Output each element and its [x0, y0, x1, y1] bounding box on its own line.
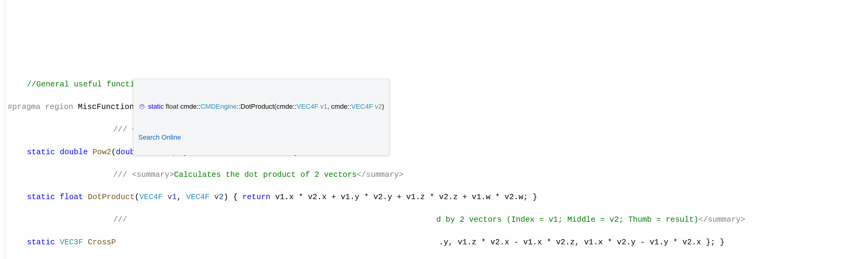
fold-indicator — [5, 0, 5, 259]
xmldoc-slashes: /// — [113, 125, 132, 134]
keyword-static: static — [27, 148, 55, 157]
code-editor[interactable]: //General useful functions #pragma regio… — [0, 68, 868, 259]
cube-icon — [138, 103, 146, 110]
xmldoc-slashes: /// — [113, 171, 132, 179]
pragma-directive: #pragma region — [8, 103, 73, 111]
paren: ( — [135, 193, 139, 201]
xmldoc-tag-open: <summary> — [132, 171, 174, 179]
keyword-return: return — [242, 193, 271, 201]
xmldoc-slashes: /// — [113, 215, 132, 224]
xmldoc-tag-close: </summary> — [357, 171, 404, 179]
intellisense-tooltip: static float cmde::CMDEngine::DotProduct… — [133, 79, 390, 155]
keyword-type: float — [60, 193, 83, 201]
param-name: v1 — [167, 193, 177, 201]
tooltip-signature-row: static float cmde::CMDEngine::DotProduct… — [138, 102, 384, 111]
search-online-link[interactable]: Search Online — [138, 133, 384, 142]
tooltip-signature: static float cmde::CMDEngine::DotProduct… — [148, 102, 384, 111]
xmldoc-text: Calculates the dot product of 2 vectors — [174, 171, 357, 179]
xmldoc-text-partial: d by 2 vectors (Index = v1; Middle = v2;… — [436, 215, 699, 224]
code-body-partial: .y, v1.z * v2.x - v1.x * v2.z, v1.x * v2… — [439, 238, 724, 247]
paren: ( — [112, 148, 116, 157]
param-type: VEC4F — [186, 193, 210, 201]
comma: , — [177, 193, 186, 201]
pragma-region-name: MiscFunctions — [73, 103, 138, 111]
param-name: v2 — [214, 193, 224, 201]
method-name: DotProduct — [88, 193, 135, 201]
keyword-type: double — [60, 148, 88, 157]
code-body: v1.x * v2.x + v1.y * v2.y + v1.z * v2.z … — [271, 193, 537, 201]
code-text: ) { — [224, 193, 242, 201]
param-type: VEC4F — [139, 193, 163, 201]
method-name-partial: CrossP — [88, 238, 116, 247]
keyword-static: static — [27, 193, 55, 201]
keyword-static: static — [27, 238, 55, 247]
method-name: Pow2 — [92, 148, 111, 157]
xmldoc-tag-close: </summary> — [699, 215, 745, 224]
type-name: VEC3F — [60, 238, 83, 247]
comment: //General useful functions — [27, 80, 149, 89]
